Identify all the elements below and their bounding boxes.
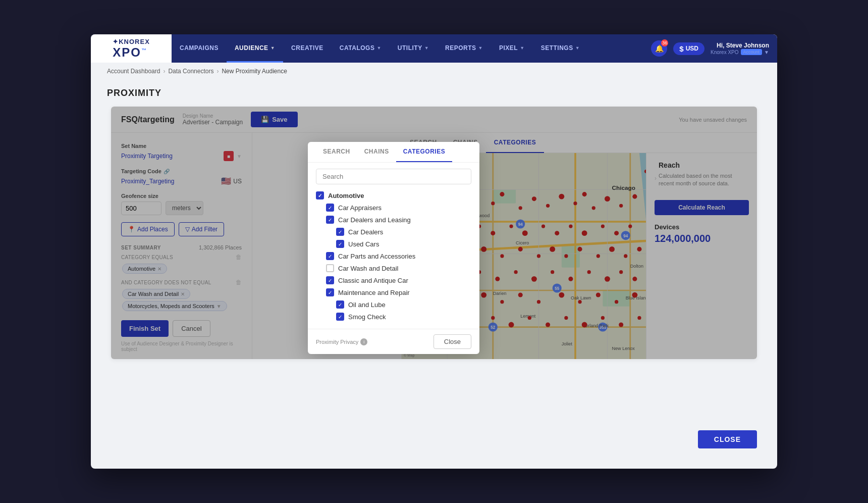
top-navigation: ✦KNOREX XPO™ CAMPAIGNS AUDIENCE ▼ CREATI… (91, 34, 777, 63)
breadcrumb-separator: › (216, 68, 219, 75)
dialog-tabs: SEARCH CHAINS CATEGORIES (308, 142, 479, 163)
logo-xpo-text: XPO™ (113, 45, 147, 60)
checkbox-automotive[interactable]: ✓ (316, 191, 324, 199)
chevron-down-icon: ▼ (575, 45, 580, 51)
checkbox-car-parts[interactable]: ✓ (326, 252, 334, 260)
chevron-down-icon: ▼ (270, 45, 275, 51)
checkbox-car-dealers[interactable]: ✓ (336, 228, 344, 236)
checkbox-used-cars[interactable]: ✓ (336, 240, 344, 248)
checkbox-maintenance[interactable]: ✓ (326, 288, 334, 296)
notification-badge: 36 (661, 39, 668, 46)
proximity-privacy-note: Proximity Privacy i (316, 338, 367, 345)
page-content: PROXIMITY FSQ/targeting Design Name Adve… (91, 80, 777, 367)
close-dialog-button[interactable]: Close (433, 334, 471, 349)
breadcrumb-data-connectors[interactable]: Data Connectors (168, 68, 213, 75)
logo-knorex-text: ✦KNOREX (113, 38, 150, 45)
list-item: ✓ Classic and Antique Car (316, 274, 471, 286)
nav-settings[interactable]: SETTINGS ▼ (533, 34, 588, 63)
nav-campaigns[interactable]: CAMPAIGNS (172, 34, 227, 63)
list-item: ✓ Car Parts and Accessories (316, 250, 471, 262)
list-item: ✓ Automotive (316, 189, 471, 202)
dialog-tab-categories[interactable]: CATEGORIES (396, 142, 452, 162)
checkbox-oil-lube[interactable]: ✓ (336, 300, 344, 309)
notification-bell[interactable]: 🔔 36 (651, 40, 667, 57)
checkbox-car-appraisers[interactable]: ✓ (326, 204, 334, 212)
nav-utility[interactable]: UTILITY ▼ (390, 34, 437, 63)
breadcrumb-current: New Proximity Audience (222, 68, 287, 75)
dialog-footer: Proximity Privacy i Close (308, 329, 479, 354)
dialog-tab-chains[interactable]: CHAINS (357, 142, 396, 162)
list-item: ✓ Car Dealers and Leasing (316, 214, 471, 226)
chevron-down-icon: ▼ (764, 49, 769, 55)
chevron-down-icon: ▼ (478, 45, 483, 51)
list-item: Car Wash and Detail (316, 262, 471, 274)
chevron-down-icon: ▼ (424, 45, 429, 51)
checkbox-classic-car[interactable]: ✓ (326, 276, 334, 284)
categories-dialog: SEARCH CHAINS CATEGORIES ✓ Automotive (308, 142, 479, 354)
checkbox-smog-check[interactable]: ✓ (336, 313, 344, 321)
checkbox-car-dealers-leasing[interactable]: ✓ (326, 216, 334, 224)
dialog-body: ✓ Automotive ✓ Car Appraisers ✓ (308, 163, 479, 329)
nav-audience[interactable]: AUDIENCE ▼ (227, 34, 283, 63)
nav-right-area: 🔔 36 $ USD Hi, Steve Johnson Knorex XPO … (643, 34, 777, 63)
category-list: ✓ Automotive ✓ Car Appraisers ✓ (316, 189, 471, 323)
main-panel: FSQ/targeting Design Name Advertiser - C… (111, 107, 757, 359)
list-item: ✓ Car Appraisers (316, 202, 471, 214)
nav-creative[interactable]: CREATIVE (283, 34, 332, 63)
bottom-close-button[interactable]: CLOSE (698, 430, 757, 448)
chevron-down-icon: ▼ (376, 45, 381, 51)
info-icon: i (360, 338, 367, 345)
breadcrumb: Account Dashboard › Data Connectors › Ne… (91, 63, 777, 80)
breadcrumb-separator: › (163, 68, 165, 75)
user-info: Hi, Steve Johnson Knorex XPO Account ▼ (711, 42, 769, 55)
checkbox-car-wash[interactable] (326, 264, 334, 272)
list-item: ✓ Used Cars (316, 238, 471, 250)
nav-items: CAMPAIGNS AUDIENCE ▼ CREATIVE CATALOGS ▼… (172, 34, 643, 63)
dialog-tab-search[interactable]: SEARCH (316, 142, 357, 162)
page-title: PROXIMITY (107, 88, 761, 98)
list-item: ✓ Maintenance and Repair (316, 286, 471, 298)
chevron-down-icon: ▼ (520, 45, 524, 51)
dialog-overlay: SEARCH CHAINS CATEGORIES ✓ Automotive (111, 107, 757, 359)
list-item: ✓ Car Dealers (316, 226, 471, 238)
currency-selector[interactable]: $ USD (673, 42, 704, 55)
list-item: ✓ Smog Check (316, 311, 471, 323)
breadcrumb-account-dashboard[interactable]: Account Dashboard (107, 68, 160, 75)
category-search-input[interactable] (316, 169, 471, 184)
nav-catalogs[interactable]: CATALOGS ▼ (332, 34, 390, 63)
nav-reports[interactable]: REPORTS ▼ (437, 34, 491, 63)
nav-pixel[interactable]: PIXEL ▼ (491, 34, 533, 63)
logo: ✦KNOREX XPO™ (91, 34, 172, 63)
list-item: ✓ Oil and Lube (316, 298, 471, 311)
